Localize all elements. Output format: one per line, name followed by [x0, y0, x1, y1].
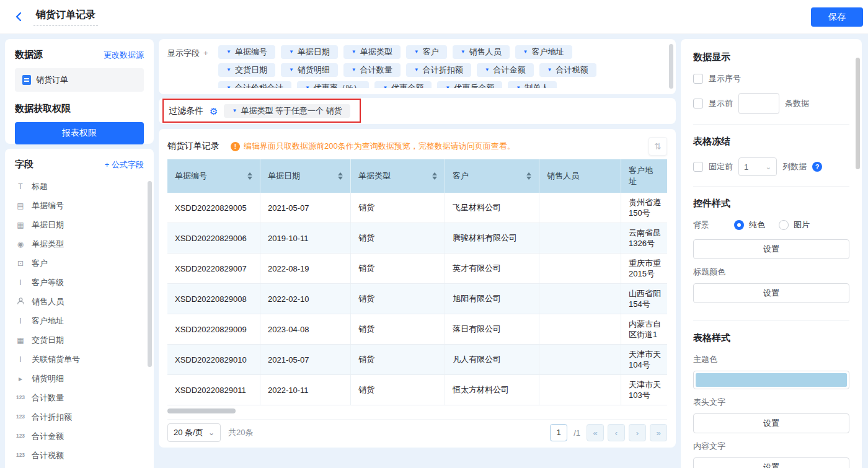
solid-color-radio[interactable] — [734, 220, 744, 230]
background-set-button[interactable]: 设置 — [693, 239, 849, 259]
chip-label: 单据日期 — [298, 46, 330, 58]
show-top-checkbox[interactable] — [693, 99, 703, 108]
show-index-checkbox[interactable] — [693, 74, 703, 84]
content-text-label: 内容文字 — [693, 441, 849, 452]
page-size-select[interactable]: 20 条/页 ⌄ — [167, 423, 221, 442]
show-top-count-input[interactable] — [738, 93, 779, 114]
column-header[interactable]: 单据编号 — [167, 159, 260, 193]
address-line: 山西省阳 — [629, 288, 660, 299]
table-row: XSDD202208290082022-02-10销货旭阳有限公司山西省阳154… — [167, 284, 667, 314]
address-line: 云南省昆 — [629, 227, 660, 238]
display-field-chip[interactable]: ▼合计折扣额 — [406, 63, 471, 77]
last-page-button[interactable]: » — [650, 424, 667, 441]
display-field-chip[interactable]: ▼客户地址 — [515, 45, 572, 59]
sort-icon[interactable] — [247, 172, 252, 180]
field-item[interactable]: 123合计税额 — [15, 446, 144, 465]
display-field-chip[interactable]: ▼合计金额 — [477, 63, 534, 77]
display-field-chip[interactable]: ▼合计数量 — [343, 63, 401, 77]
field-item[interactable]: ▦交货日期 — [15, 330, 144, 350]
field-item[interactable]: ◉单据类型 — [15, 234, 144, 254]
prev-page-button[interactable]: ‹ — [608, 424, 625, 441]
field-item[interactable]: 123合计金额 — [15, 426, 144, 446]
display-field-chip[interactable]: ▼优惠率（%） — [297, 81, 369, 88]
column-header[interactable]: 单据类型 — [351, 159, 445, 193]
freeze-checkbox[interactable] — [693, 162, 703, 172]
table-cell — [539, 345, 621, 374]
field-label: 单据日期 — [32, 219, 64, 231]
display-field-chip[interactable]: ▼单据类型 — [343, 45, 401, 59]
display-field-chip[interactable]: ▼合计价税合计 — [218, 81, 291, 88]
field-label: 单据编号 — [32, 200, 64, 211]
freeze-count-select[interactable]: 1 ⌄ — [738, 157, 777, 176]
address-line: 天津市天 — [629, 379, 660, 390]
table-cell: 2022-02-10 — [260, 284, 351, 314]
next-page-button[interactable]: › — [629, 424, 646, 441]
report-permission-button[interactable]: 报表权限 — [15, 122, 144, 144]
datasource-item[interactable]: 销货订单 — [15, 68, 144, 92]
field-item[interactable]: ▤单据编号 — [15, 196, 144, 215]
settings-scrollbar-thumb[interactable] — [856, 58, 860, 169]
display-field-chip[interactable]: ▼单据编号 — [218, 45, 275, 59]
add-display-field-button[interactable]: + — [203, 48, 208, 58]
sort-icon[interactable] — [338, 172, 343, 180]
column-header[interactable]: 单据日期 — [260, 159, 351, 193]
theme-color-swatch[interactable] — [693, 371, 849, 389]
display-field-chip[interactable]: ▼制单人 — [508, 81, 557, 88]
display-field-chip[interactable]: ▼优惠后金额 — [437, 81, 502, 88]
header-text-set-button[interactable]: 设置 — [693, 413, 849, 433]
field-item[interactable]: I客户等级 — [15, 273, 144, 292]
display-field-chip[interactable]: ▼合计税额 — [539, 63, 596, 77]
field-label: 合计税额 — [32, 450, 64, 461]
first-page-button[interactable]: « — [587, 424, 604, 441]
field-item[interactable]: I客户地址 — [15, 311, 144, 330]
column-label: 单据类型 — [358, 170, 391, 182]
field-label: 销货明细 — [32, 373, 64, 384]
current-page-input[interactable]: 1 — [550, 424, 567, 441]
image-radio[interactable] — [779, 220, 789, 230]
field-item[interactable]: 123合计数量 — [15, 388, 144, 407]
title-color-set-button[interactable]: 设置 — [693, 283, 849, 303]
save-button[interactable]: 保存 — [811, 7, 863, 27]
field-label: 关联销货单号 — [32, 354, 80, 365]
field-item[interactable]: T标题 — [15, 177, 144, 196]
table-cell: 销货 — [351, 223, 445, 253]
sort-icon[interactable] — [432, 172, 437, 180]
chevron-down-icon: ▼ — [485, 68, 490, 73]
chip-label: 客户地址 — [532, 46, 564, 58]
theme-color-label: 主题色 — [693, 354, 849, 365]
field-item[interactable]: ▸销货明细 — [15, 369, 144, 388]
display-field-chip[interactable]: ▼客户 — [406, 45, 447, 59]
table-cell: XSDD20220829009 — [167, 314, 260, 344]
column-header[interactable]: 销售人员 — [539, 159, 621, 193]
field-item[interactable]: 销售人员 — [15, 292, 144, 311]
sort-icon[interactable] — [526, 172, 531, 180]
display-field-chip[interactable]: ▼交货日期 — [218, 63, 275, 77]
column-header[interactable]: 客户地址 — [621, 159, 667, 193]
display-field-chip[interactable]: ▼销货明细 — [281, 63, 338, 77]
sort-toggle-button[interactable]: ⇅ — [649, 137, 667, 156]
fields-scrollbar-thumb[interactable] — [148, 181, 152, 367]
field-item[interactable]: I关联销货单号 — [15, 350, 144, 369]
change-datasource-link[interactable]: 更改数据源 — [104, 50, 144, 61]
select-icon: ⊡ — [15, 260, 26, 267]
horizontal-scrollbar-thumb[interactable] — [167, 408, 236, 413]
table-cell-address: 天津市天103号 — [621, 375, 667, 405]
column-header[interactable]: 客户 — [445, 159, 539, 193]
column-label: 单据日期 — [268, 170, 300, 182]
field-item[interactable]: ▦单据日期 — [15, 215, 144, 234]
display-field-chip[interactable]: ▼单据日期 — [281, 45, 338, 59]
help-icon[interactable]: ? — [812, 162, 822, 172]
table-cell: 飞星材料公司 — [445, 193, 539, 223]
add-formula-field-link[interactable]: + 公式字段 — [105, 159, 144, 170]
gear-icon[interactable]: ⚙ — [210, 107, 218, 116]
chips-scrollbar-thumb[interactable] — [669, 44, 673, 89]
content-text-set-button[interactable]: 设置 — [693, 457, 849, 468]
back-button[interactable] — [11, 9, 27, 25]
display-field-chip[interactable]: ▼销售人员 — [453, 45, 510, 59]
chip-label: 合计税额 — [556, 64, 588, 76]
filter-condition-chip[interactable]: ▼ 单据类型 等于任意一个 销货 — [224, 104, 350, 118]
field-item[interactable]: ⊡客户 — [15, 254, 144, 273]
display-field-chip[interactable]: ▼优惠金额 — [374, 81, 432, 88]
date-icon: ▦ — [15, 221, 26, 229]
field-item[interactable]: 123合计折扣额 — [15, 407, 144, 426]
